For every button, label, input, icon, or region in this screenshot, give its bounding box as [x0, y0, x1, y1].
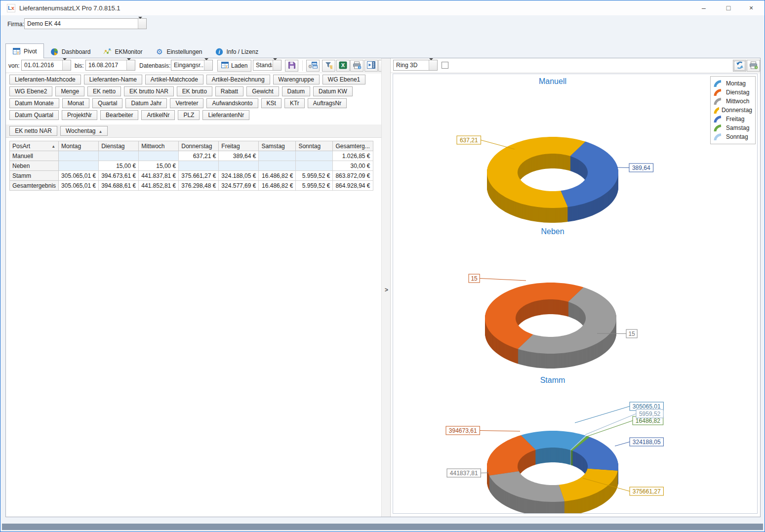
field-button[interactable]: Vertreter [170, 98, 203, 108]
date-to-dropdown-button[interactable] [126, 60, 135, 70]
close-button[interactable]: × [740, 0, 763, 15]
filter-button[interactable] [322, 60, 335, 72]
field-button[interactable]: Datum Monate [9, 98, 59, 108]
pivot-cell[interactable]: 15,00 € [139, 161, 179, 171]
field-button[interactable]: WG Ebene1 [322, 75, 365, 84]
field-button[interactable]: Datum Jahr [125, 98, 167, 108]
field-button[interactable]: EK netto [87, 86, 121, 96]
excel-export-button[interactable]: X [336, 60, 350, 72]
print-button[interactable]: ? [350, 60, 363, 72]
pivot-column-header[interactable]: Dienstag [99, 141, 139, 151]
field-button[interactable]: Gewicht [246, 86, 279, 96]
pivot-cell[interactable] [296, 151, 333, 161]
layout-dropdown-button[interactable] [273, 60, 281, 70]
pivot-cell[interactable]: 1.026,85 € [333, 151, 373, 161]
field-button[interactable]: Aufwandskonto [206, 98, 258, 108]
data-field-button[interactable]: EK netto NAR [9, 126, 57, 136]
pivot-row-header[interactable]: Neben [10, 161, 59, 171]
field-button[interactable]: KSt [261, 98, 282, 108]
pivot-cell[interactable]: 324.188,05 € [219, 171, 259, 181]
field-button[interactable]: Warengruppe [273, 75, 320, 84]
field-button[interactable]: Lieferanten-Matchcode [9, 75, 81, 84]
pivot-cell[interactable]: 375.661,27 € [179, 171, 219, 181]
pivot-column-header[interactable]: Mittwoch [139, 141, 179, 151]
pivot-cell[interactable] [296, 161, 333, 171]
field-button[interactable]: WG Ebene2 [9, 86, 52, 96]
field-button[interactable]: EK brutto [177, 86, 212, 96]
collapse-arrow-icon[interactable]: > [385, 286, 388, 293]
pivot-column-header[interactable]: Donnerstag [179, 141, 219, 151]
pivot-cell[interactable]: 394.673,61 € [99, 171, 139, 181]
field-button[interactable]: EK brutto NAR [124, 86, 174, 96]
pivot-cell[interactable]: 394.688,61 € [99, 181, 139, 191]
pivot-cell[interactable]: 864.928,94 € [333, 181, 373, 191]
row-field-button[interactable]: PosArt▲ [10, 141, 59, 151]
firma-combobox[interactable]: Demo EK 44 [24, 18, 147, 29]
field-button[interactable]: KTr [284, 98, 305, 108]
pivot-cell[interactable]: 305.065,01 € [59, 171, 99, 181]
field-button[interactable]: Datum Quartal [9, 110, 59, 120]
field-button[interactable]: Artikel-Bezeichnung [206, 75, 270, 84]
field-button[interactable]: Lieferanten-Name [84, 75, 142, 84]
print-chart-button[interactable]: ? [747, 60, 760, 72]
pivot-cell[interactable]: 5.959,52 € [296, 171, 333, 181]
save-layout-button[interactable] [285, 60, 298, 72]
date-to-picker[interactable]: 16.08.2017 [85, 60, 135, 71]
laden-button[interactable]: Σ Laden [217, 60, 251, 72]
pivot-cell[interactable]: 15,00 € [99, 161, 139, 171]
pivot-cell[interactable] [259, 161, 296, 171]
pivot-row-header[interactable]: Manuell [10, 151, 59, 161]
field-button[interactable]: PLZ [178, 110, 200, 120]
pivot-cell[interactable] [259, 151, 296, 161]
field-button[interactable]: Monat [62, 98, 89, 108]
rotate-chart-button[interactable] [733, 60, 746, 72]
pivot-column-header[interactable]: Gesamterg... [333, 141, 373, 151]
pivot-cell[interactable] [179, 161, 219, 171]
column-field-button[interactable]: Wochentag▲ [60, 126, 108, 136]
preview-button[interactable] [364, 60, 378, 72]
pivot-cell[interactable] [59, 151, 99, 161]
pivot-cell[interactable]: 324.577,69 € [219, 181, 259, 191]
chart-type-dropdown-button[interactable] [429, 60, 437, 70]
pivot-cell[interactable]: 637,21 € [179, 151, 219, 161]
pivot-cell[interactable]: 30,00 € [333, 161, 373, 171]
field-button[interactable]: Datum KW [313, 86, 353, 96]
pivot-cell[interactable] [139, 151, 179, 161]
maximize-button[interactable]: □ [717, 0, 740, 15]
field-chooser-button[interactable]: ⚙ [306, 60, 320, 72]
pivot-row-header[interactable]: Stamm [10, 171, 59, 181]
pivot-column-header[interactable]: Samstag [259, 141, 296, 151]
layout-combobox[interactable]: Standa [253, 60, 282, 71]
chart-type-combobox[interactable]: Ring 3D [393, 60, 438, 71]
minimize-button[interactable]: – [692, 0, 715, 15]
datenbasis-dropdown-button[interactable] [204, 60, 212, 70]
tab-dashboard[interactable]: Dashboard [44, 45, 97, 58]
field-button[interactable]: ArtikelNr [141, 110, 175, 120]
pivot-cell[interactable] [59, 161, 99, 171]
field-button[interactable]: Quartal [92, 98, 122, 108]
pivot-cell[interactable]: 376.298,48 € [179, 181, 219, 191]
pivot-cell[interactable]: 389,64 € [219, 151, 259, 161]
chart-option-checkbox[interactable] [442, 62, 448, 69]
field-button[interactable]: ProjektNr [62, 110, 97, 120]
pivot-row-header[interactable]: Gesamtergebnis [10, 181, 59, 191]
field-button[interactable]: LieferantenNr [202, 110, 249, 120]
pivot-column-header[interactable]: Freitag [219, 141, 259, 151]
pivot-cell[interactable]: 5.959,52 € [296, 181, 333, 191]
pivot-column-header[interactable]: Sonntag [296, 141, 333, 151]
tab-einstellungen[interactable]: ⚙Einstellungen [149, 45, 208, 58]
field-button[interactable]: Artikel-Matchcode [145, 75, 203, 84]
pivot-column-header[interactable]: Montag [59, 141, 99, 151]
date-from-dropdown-button[interactable] [62, 60, 71, 70]
tab-ekmonitor[interactable]: EKMonitor [97, 45, 149, 58]
tab-info[interactable]: iInfo / Lizenz [209, 45, 265, 58]
pane-splitter[interactable]: > [381, 58, 391, 517]
pivot-cell[interactable]: 441.852,81 € [139, 181, 179, 191]
pivot-cell[interactable] [219, 161, 259, 171]
pivot-cell[interactable]: 16.486,82 € [259, 171, 296, 181]
date-from-picker[interactable]: 01.01.2016 [21, 60, 71, 71]
field-button[interactable]: AuftragsNr [308, 98, 347, 108]
pivot-cell[interactable]: 305.065,01 € [59, 181, 99, 191]
field-button[interactable]: Menge [55, 86, 84, 96]
firma-dropdown-button[interactable] [138, 19, 146, 29]
